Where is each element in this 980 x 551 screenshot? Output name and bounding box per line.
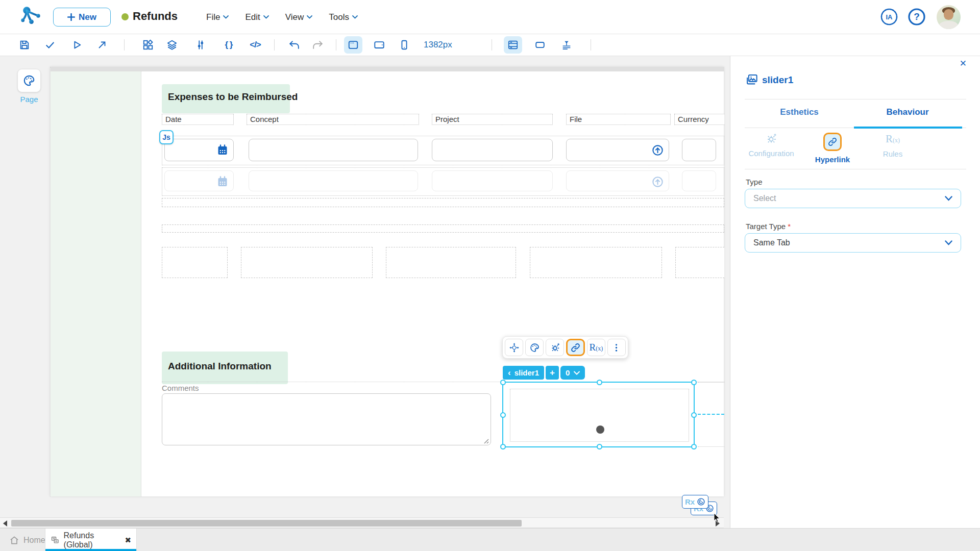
tablet-view-button[interactable] <box>370 36 388 54</box>
save-button[interactable] <box>15 36 34 54</box>
horizontal-scrollbar[interactable] <box>0 517 724 528</box>
widget-styles-button[interactable] <box>525 339 544 356</box>
container-button[interactable] <box>531 36 549 54</box>
additional-section-title[interactable]: Additional Information <box>168 361 272 372</box>
resize-handle-ne[interactable] <box>691 380 697 385</box>
currency-input-ghost[interactable] <box>682 170 716 191</box>
desktop-view-button[interactable] <box>344 36 362 54</box>
resize-handle-n[interactable] <box>597 380 602 385</box>
widget-more-button[interactable] <box>607 339 626 356</box>
tab-home[interactable]: Home <box>5 529 50 551</box>
calendar-icon[interactable] <box>216 144 229 156</box>
type-select-dropdown[interactable]: Select <box>745 189 961 208</box>
empty-cell[interactable] <box>162 247 228 278</box>
desktop-icon <box>348 39 359 51</box>
widget-rules-button[interactable]: R(x) <box>587 339 605 356</box>
currency-input[interactable] <box>682 139 716 161</box>
validate-button[interactable] <box>41 36 59 54</box>
empty-cell[interactable] <box>530 247 662 278</box>
kebab-menu-icon <box>611 342 622 353</box>
resize-handle-sw[interactable] <box>500 444 506 449</box>
column-header-project[interactable]: Project <box>432 114 553 125</box>
tab-behaviour[interactable]: Behaviour <box>877 107 938 117</box>
undo-button[interactable] <box>285 36 304 54</box>
canvas-left-margin <box>51 71 141 496</box>
widget-configuration-button[interactable] <box>546 339 564 356</box>
subtab-hyperlink[interactable]: Hyperlink <box>802 133 863 164</box>
fit-content-button[interactable] <box>557 36 576 54</box>
avatar-shirt <box>939 21 958 29</box>
slide-index-dropdown[interactable]: 0 <box>560 366 585 380</box>
menu-view[interactable]: View <box>285 12 313 22</box>
upload-icon[interactable] <box>651 144 664 157</box>
ia-assistant-button[interactable]: IA <box>879 7 899 27</box>
date-input-ghost[interactable] <box>164 170 234 191</box>
js-code-badge[interactable]: Js <box>159 130 174 144</box>
redo-button[interactable] <box>308 36 327 54</box>
new-button[interactable]: New <box>53 8 111 27</box>
resize-handle-s[interactable] <box>597 444 602 449</box>
subtab-configuration[interactable]: Configuration <box>741 133 802 158</box>
resize-handle-se[interactable] <box>691 444 697 449</box>
project-input-ghost[interactable] <box>432 170 553 191</box>
tab-refunds-global[interactable]: Refunds (Global) ✖ <box>45 529 137 551</box>
resize-handle-nw[interactable] <box>500 380 506 385</box>
toolbar-divider <box>336 39 336 51</box>
widget-hyperlink-button[interactable] <box>566 339 584 356</box>
page-layout-button[interactable] <box>504 36 522 54</box>
add-slide-button[interactable]: + <box>546 366 559 380</box>
close-panel-button[interactable]: ✕ <box>960 58 967 69</box>
widgets-button[interactable] <box>139 36 157 54</box>
publish-button[interactable] <box>93 36 111 54</box>
design-canvas[interactable]: Expenses to be Reimbursed Date Concept P… <box>50 67 724 496</box>
project-input[interactable] <box>432 139 553 161</box>
resize-handle-e[interactable] <box>691 412 697 418</box>
tab-esthetics[interactable]: Esthetics <box>769 107 830 117</box>
resize-handle-icon[interactable] <box>483 438 489 444</box>
mouse-cursor <box>714 513 722 522</box>
mobile-view-button[interactable] <box>395 36 413 54</box>
concept-input[interactable] <box>249 139 418 161</box>
column-header-date[interactable]: Date <box>162 114 234 125</box>
rx-badge-front[interactable]: Rx <box>682 495 708 509</box>
avatar-face <box>944 9 953 20</box>
empty-cell[interactable] <box>241 247 373 278</box>
resize-handle-w[interactable] <box>500 412 506 418</box>
column-header-file[interactable]: File <box>566 114 671 125</box>
empty-cell[interactable] <box>386 247 516 278</box>
tablet-icon <box>374 39 385 51</box>
app-logo-icon[interactable] <box>19 5 43 29</box>
move-widget-button[interactable] <box>505 339 523 356</box>
expenses-section-title[interactable]: Expenses to be Reimbursed <box>168 91 298 103</box>
scroll-left-arrow[interactable] <box>3 520 7 527</box>
help-button[interactable]: ? <box>906 7 927 27</box>
source-code-button[interactable]: </> <box>246 36 264 54</box>
column-header-currency[interactable]: Currency <box>674 114 724 125</box>
selected-slider-widget[interactable] <box>502 382 695 447</box>
chevron-down-icon <box>223 15 229 19</box>
scrollbar-thumb[interactable] <box>11 520 522 527</box>
bindings-button[interactable]: { } <box>219 36 238 54</box>
widgets-icon <box>142 39 154 51</box>
target-type-dropdown[interactable]: Same Tab <box>745 233 961 253</box>
concept-input-ghost[interactable] <box>249 170 418 191</box>
menu-tools[interactable]: Tools <box>329 12 358 22</box>
close-tab-icon[interactable]: ✖ <box>125 536 131 545</box>
comments-textarea[interactable] <box>162 393 491 445</box>
page-styles-button[interactable] <box>17 69 41 92</box>
controls-button[interactable] <box>191 36 210 54</box>
empty-cell[interactable] <box>675 247 724 278</box>
layers-button[interactable] <box>163 36 181 54</box>
menu-edit[interactable]: Edit <box>245 12 268 22</box>
preview-button[interactable] <box>67 36 86 54</box>
subtab-rules[interactable]: R(x) Rules <box>862 133 923 158</box>
user-avatar[interactable] <box>937 5 961 29</box>
date-input[interactable] <box>164 139 234 161</box>
file-upload-input-ghost[interactable] <box>566 170 669 191</box>
menu-file[interactable]: File <box>206 12 229 22</box>
breadcrumb-component-pill[interactable]: ‹ slider1 <box>503 366 544 380</box>
file-upload-input[interactable] <box>566 139 669 161</box>
slider-pagination-dot <box>596 425 604 434</box>
column-header-concept[interactable]: Concept <box>247 114 419 125</box>
ia-badge-label: IA <box>886 13 893 21</box>
